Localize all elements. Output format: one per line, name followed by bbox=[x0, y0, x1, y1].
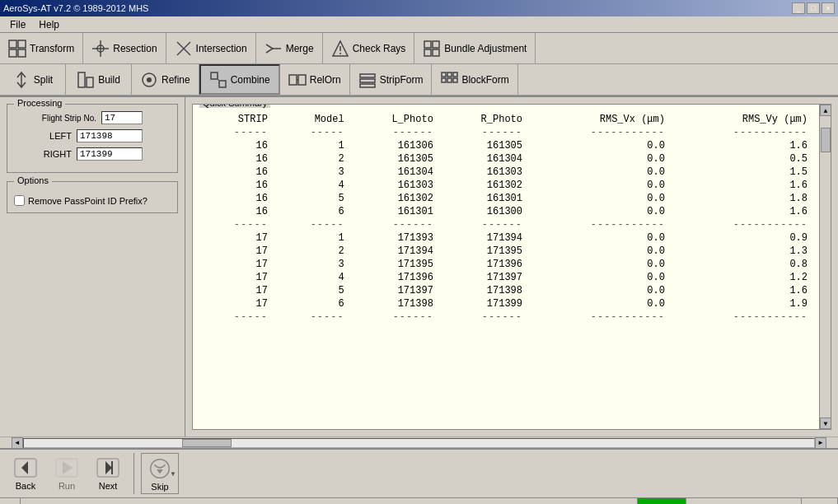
combine-button[interactable]: Combine bbox=[199, 64, 280, 95]
back-button[interactable]: Back bbox=[7, 453, 44, 494]
check-rays-button[interactable]: Check Rays bbox=[323, 33, 415, 63]
resection-icon bbox=[91, 40, 110, 58]
transform-button[interactable]: Transform bbox=[0, 33, 83, 63]
blockform-button[interactable]: BlockForm bbox=[432, 64, 517, 95]
svg-rect-32 bbox=[447, 72, 452, 77]
table-row: 17 4 171396 171397 0.0 1.2 bbox=[198, 271, 814, 284]
toolbar-row-2: Split Build Refine bbox=[0, 64, 838, 96]
remove-prefix-checkbox[interactable] bbox=[14, 195, 25, 206]
table-container[interactable]: STRIP Model L_Photo R_Photo RMS_Vx (μm) … bbox=[193, 105, 831, 429]
table-row: 16 6 161301 161300 0.0 1.6 bbox=[198, 205, 814, 218]
remove-prefix-label: Remove PassPoint ID Prefix? bbox=[28, 196, 147, 206]
table-row: 17 2 171394 171395 0.0 1.3 bbox=[198, 245, 814, 258]
svg-rect-36 bbox=[453, 78, 457, 82]
svg-marker-45 bbox=[157, 469, 163, 474]
quick-summary-box: Quick Summary STRIP Model L_Photo R_Phot… bbox=[192, 104, 831, 430]
relorn-icon bbox=[288, 71, 307, 89]
intersection-label: Intersection bbox=[196, 43, 247, 54]
status-tab: 1a bbox=[0, 498, 21, 504]
bundle-adjustment-button[interactable]: Bundle Adjustment bbox=[414, 33, 536, 63]
table-row: 17 1 171393 171394 0.0 0.9 bbox=[198, 231, 814, 245]
transform-icon bbox=[8, 40, 26, 58]
menu-file[interactable]: File bbox=[3, 17, 32, 32]
col-lphoto: L_Photo bbox=[351, 113, 440, 126]
right-panel: Quick Summary STRIP Model L_Photo R_Phot… bbox=[185, 97, 838, 436]
summary-table: STRIP Model L_Photo R_Photo RMS_Vx (μm) … bbox=[198, 113, 814, 324]
h-scroll-track[interactable] bbox=[23, 438, 815, 448]
h-scroll-left[interactable]: ◄ bbox=[12, 437, 23, 449]
col-rmsvx: RMS_Vx (μm) bbox=[529, 113, 672, 126]
toolbar-divider bbox=[133, 453, 134, 494]
horizontal-scrollbar[interactable]: ◄ ► bbox=[0, 436, 838, 448]
status-done: Done bbox=[638, 498, 686, 504]
build-icon bbox=[77, 71, 95, 89]
svg-rect-28 bbox=[360, 74, 375, 77]
remove-prefix-row: Remove PassPoint ID Prefix? bbox=[14, 195, 171, 206]
status-path: C:\AEROTRIANGULACJA\1a\ bbox=[21, 498, 637, 504]
next-button[interactable]: Next bbox=[89, 453, 127, 494]
right-label: RIGHT bbox=[14, 149, 72, 159]
menu-help[interactable]: Help bbox=[32, 17, 66, 32]
merge-icon bbox=[265, 40, 283, 58]
vertical-scrollbar[interactable]: ▲ ▼ bbox=[819, 105, 831, 429]
resection-button[interactable]: Resection bbox=[83, 33, 166, 63]
svg-point-21 bbox=[147, 77, 152, 82]
status-mode: Relative Orientation bbox=[686, 498, 802, 504]
split-button[interactable]: Split bbox=[0, 64, 66, 95]
refine-button[interactable]: Refine bbox=[132, 64, 199, 95]
stripform-button[interactable]: StripForm bbox=[350, 64, 433, 95]
transform-label: Transform bbox=[30, 43, 74, 54]
options-group: Options Remove PassPoint ID Prefix? bbox=[7, 181, 178, 213]
check-rays-label: Check Rays bbox=[353, 43, 406, 54]
next-label: Next bbox=[99, 481, 118, 491]
check-rays-icon bbox=[331, 40, 349, 58]
blockform-icon bbox=[440, 71, 458, 89]
group-separator: ----------------------------------------… bbox=[198, 218, 814, 231]
intersection-button[interactable]: Intersection bbox=[166, 33, 256, 63]
maximize-button[interactable]: □ bbox=[807, 2, 820, 14]
skip-dropdown-arrow[interactable]: ▼ bbox=[170, 470, 176, 478]
skip-button[interactable]: Skip ▼ bbox=[141, 453, 179, 494]
svg-rect-15 bbox=[424, 49, 431, 56]
left-input[interactable] bbox=[77, 129, 143, 142]
relorn-button[interactable]: RelOrn bbox=[280, 64, 350, 95]
processing-group: Processing Flight Strip No. LEFT RIGHT bbox=[7, 104, 178, 173]
flight-strip-input[interactable] bbox=[101, 111, 143, 124]
stripform-label: StripForm bbox=[380, 74, 424, 86]
status-zoom: 100 % bbox=[802, 498, 838, 504]
relorn-label: RelOrn bbox=[310, 74, 341, 86]
run-button[interactable]: Run bbox=[48, 453, 86, 494]
merge-button[interactable]: Merge bbox=[256, 33, 323, 63]
svg-rect-18 bbox=[78, 72, 85, 87]
back-icon bbox=[13, 456, 38, 479]
minimize-button[interactable]: _ bbox=[792, 2, 805, 14]
table-row: 17 5 171397 171398 0.0 1.6 bbox=[198, 284, 814, 297]
svg-rect-25 bbox=[289, 75, 297, 85]
options-title: Options bbox=[14, 175, 52, 185]
bundle-adjustment-label: Bundle Adjustment bbox=[444, 43, 527, 54]
table-row: 16 1 161306 161305 0.0 1.6 bbox=[198, 139, 814, 152]
col-strip: STRIP bbox=[198, 113, 274, 126]
table-row: 17 3 171395 171396 0.0 0.8 bbox=[198, 258, 814, 271]
build-button[interactable]: Build bbox=[66, 64, 132, 95]
toolbar: Transform Resection Intersection bbox=[0, 33, 838, 97]
close-button[interactable]: × bbox=[822, 2, 835, 14]
h-scroll-right[interactable]: ► bbox=[815, 437, 826, 449]
main-content: Processing Flight Strip No. LEFT RIGHT O… bbox=[0, 97, 838, 436]
refine-label: Refine bbox=[162, 74, 190, 86]
table-row: 16 4 161303 161302 0.0 1.6 bbox=[198, 179, 814, 192]
title-controls[interactable]: _ □ × bbox=[792, 2, 835, 14]
right-input[interactable] bbox=[77, 147, 143, 161]
flight-strip-label: Flight Strip No. bbox=[14, 114, 96, 123]
svg-line-24 bbox=[218, 76, 219, 84]
svg-rect-13 bbox=[424, 41, 431, 48]
flight-strip-row: Flight Strip No. bbox=[14, 111, 171, 124]
col-rphoto: R_Photo bbox=[440, 113, 529, 126]
split-label: Split bbox=[34, 74, 53, 86]
title-bar: AeroSys-AT v7.2 © 1989-2012 MHS _ □ × bbox=[0, 0, 838, 16]
h-scroll-thumb[interactable] bbox=[182, 439, 232, 447]
split-icon bbox=[12, 71, 30, 89]
svg-rect-34 bbox=[442, 78, 446, 82]
scrollbar-thumb[interactable] bbox=[821, 128, 831, 152]
col-model: Model bbox=[274, 113, 351, 126]
